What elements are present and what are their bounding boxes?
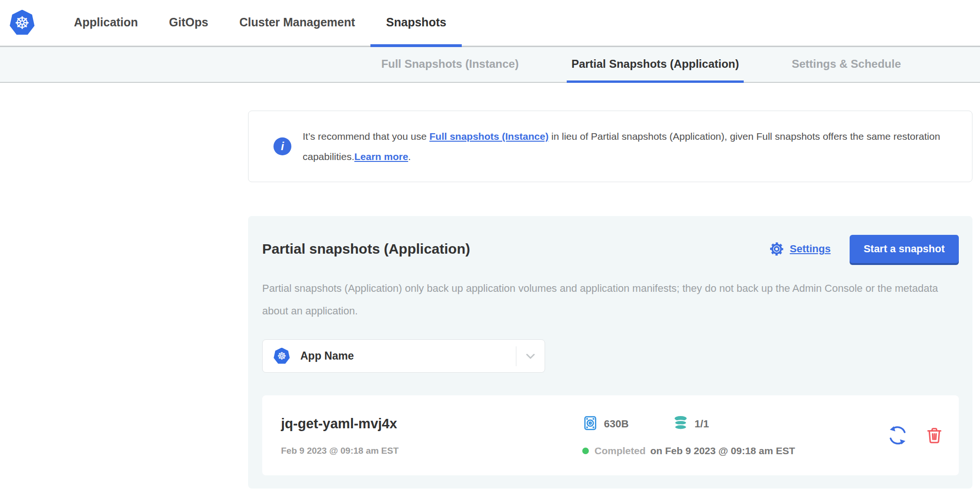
- banner-text-before: It’s recommend that you use: [303, 131, 429, 142]
- settings-link-label: Settings: [790, 243, 831, 255]
- status-dot: [582, 448, 589, 454]
- snapshot-volumes: 1/1: [695, 418, 709, 430]
- gear-icon: [768, 240, 785, 257]
- tab-settings-schedule[interactable]: Settings & Schedule: [787, 47, 906, 83]
- learn-more-link[interactable]: Learn more: [354, 151, 408, 162]
- snapshot-size: 630B: [604, 418, 629, 430]
- snapshot-status-line: Completed on Feb 9 2023 @ 09:18 am EST: [582, 445, 795, 457]
- app-select-value: App Name: [300, 350, 354, 362]
- kubernetes-logo: ☸: [7, 0, 38, 46]
- trash-icon: [925, 426, 943, 446]
- full-snapshots-instance-link[interactable]: Full snapshots (Instance): [429, 131, 548, 142]
- snapshot-name: jq-get-yaml-mvj4x: [281, 416, 582, 432]
- panel-header: Partial snapshots (Application) Settings…: [262, 235, 959, 263]
- snapshot-size-group: 630B: [582, 415, 629, 433]
- nav-item-snapshots[interactable]: Snapshots: [370, 0, 462, 47]
- info-banner-text: It’s recommend that you use Full snapsho…: [303, 126, 952, 167]
- restore-snapshot-button[interactable]: [887, 425, 908, 448]
- status-badge: Completed: [594, 445, 646, 457]
- snapshot-volumes-group: 1/1: [672, 415, 709, 433]
- delete-snapshot-button[interactable]: [925, 426, 943, 446]
- start-snapshot-button[interactable]: Start a snapshot: [850, 235, 959, 263]
- partial-snapshots-panel: Partial snapshots (Application) Settings…: [248, 216, 972, 489]
- kubernetes-logo-icon: ☸: [9, 10, 35, 36]
- main-nav: Application GitOps Cluster Management Sn…: [58, 0, 462, 46]
- database-icon: [672, 415, 689, 433]
- tab-partial-snapshots-application[interactable]: Partial Snapshots (Application): [567, 47, 744, 83]
- top-nav: ☸ Application GitOps Cluster Management …: [0, 0, 980, 47]
- snapshot-finish-time: Feb 9 2023 @ 09:18 am EST: [665, 445, 795, 456]
- restore-icon: [887, 425, 908, 448]
- app-name-select[interactable]: ☸ App Name: [262, 339, 545, 373]
- tab-full-snapshots-instance[interactable]: Full Snapshots (Instance): [377, 47, 523, 83]
- settings-link[interactable]: Settings: [768, 240, 831, 257]
- snapshot-row: jq-get-yaml-mvj4x Feb 9 2023 @ 09:18 am …: [262, 395, 959, 475]
- info-banner: i It’s recommend that you use Full snaps…: [248, 111, 972, 182]
- banner-text-after: .: [408, 151, 411, 162]
- info-icon: i: [273, 137, 291, 155]
- disk-icon: [582, 415, 598, 433]
- panel-description: Partial snapshots (Application) only bac…: [262, 277, 956, 322]
- snapshots-subtabs: Full Snapshots (Instance) Partial Snapsh…: [0, 47, 980, 83]
- nav-item-cluster-management[interactable]: Cluster Management: [224, 0, 370, 47]
- status-finished-prefix: on: [651, 445, 663, 456]
- panel-title: Partial snapshots (Application): [262, 241, 470, 257]
- chevron-down-icon[interactable]: [516, 349, 545, 363]
- nav-item-gitops[interactable]: GitOps: [153, 0, 224, 47]
- kubernetes-icon: ☸: [273, 348, 290, 365]
- nav-item-application[interactable]: Application: [58, 0, 153, 47]
- snapshot-start-time: Feb 9 2023 @ 09:18 am EST: [281, 446, 582, 456]
